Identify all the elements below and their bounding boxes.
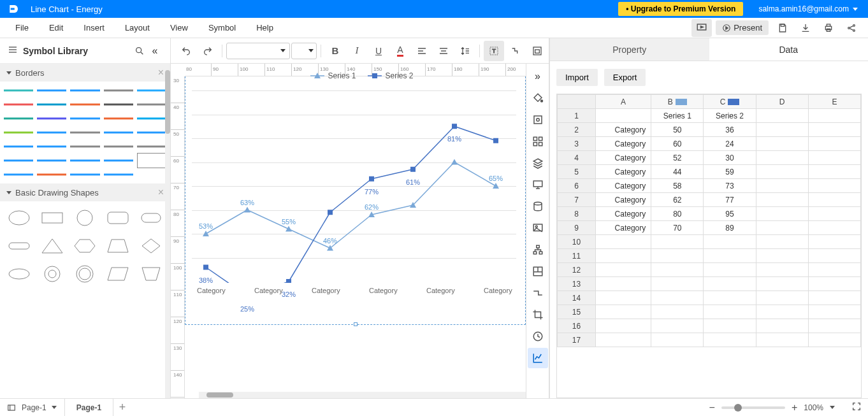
align-left-icon[interactable] xyxy=(412,41,432,61)
shape-item[interactable] xyxy=(71,234,99,257)
pipe-icon[interactable] xyxy=(528,283,548,303)
text-tool-icon[interactable]: T xyxy=(484,41,504,61)
border-shape[interactable] xyxy=(137,88,166,93)
border-shape[interactable] xyxy=(104,88,133,93)
menu-layout[interactable]: Layout xyxy=(115,18,160,38)
undo-button[interactable] xyxy=(176,41,196,61)
shape-item[interactable] xyxy=(104,234,132,257)
border-shape[interactable] xyxy=(70,130,99,135)
border-shape[interactable] xyxy=(37,172,66,177)
close-icon[interactable]: × xyxy=(158,67,164,78)
border-shape[interactable] xyxy=(4,172,33,177)
presentation-icon[interactable] xyxy=(528,175,548,195)
shape-item[interactable] xyxy=(71,206,99,229)
section-basic-shapes[interactable]: Basic Drawing Shapes × xyxy=(0,183,170,201)
line-spacing-icon[interactable] xyxy=(455,41,475,61)
zoom-in-button[interactable]: + xyxy=(792,402,797,413)
border-shape[interactable] xyxy=(70,116,99,121)
crop-icon[interactable] xyxy=(528,305,548,325)
border-shape[interactable] xyxy=(104,144,133,149)
bold-button[interactable]: B xyxy=(325,41,345,61)
font-family-select[interactable] xyxy=(226,43,290,59)
border-shape[interactable] xyxy=(104,130,133,135)
border-shape[interactable] xyxy=(37,144,66,149)
border-shape[interactable] xyxy=(70,88,99,93)
border-shape[interactable] xyxy=(4,144,33,149)
font-color-button[interactable]: A xyxy=(390,41,410,61)
menu-edit[interactable]: Edit xyxy=(39,18,73,38)
present-button[interactable]: Present xyxy=(716,20,769,35)
tab-data[interactable]: Data xyxy=(709,38,869,61)
shape-item[interactable] xyxy=(38,206,66,229)
shape-item[interactable] xyxy=(38,234,66,257)
save-icon[interactable] xyxy=(772,19,793,37)
upgrade-button[interactable]: • Upgrade to Premium Version xyxy=(618,2,743,16)
zoom-out-button[interactable]: − xyxy=(709,402,715,413)
line-chart[interactable]: 53%63%55%46%62%65%38%25%32%77%61%81%Cate… xyxy=(185,76,526,325)
shape-item[interactable] xyxy=(5,206,33,229)
border-shape[interactable] xyxy=(70,102,99,107)
menu-symbol[interactable]: Symbol xyxy=(198,18,246,38)
layers-icon[interactable] xyxy=(528,153,548,173)
account-menu[interactable]: salma.amin16@gmail.com xyxy=(758,4,858,13)
settings-icon[interactable] xyxy=(528,110,548,130)
border-shape[interactable] xyxy=(70,144,99,149)
data-sheet[interactable]: ABCDE1Series 1Series 22Category50363Cate… xyxy=(556,94,862,398)
grid-icon[interactable] xyxy=(528,131,548,152)
border-shape[interactable] xyxy=(70,158,99,163)
orgchart-icon[interactable] xyxy=(528,240,548,260)
border-shape[interactable] xyxy=(4,102,33,107)
close-icon[interactable]: × xyxy=(158,187,164,198)
canvas[interactable]: 8090100110120130140150160170180190200210… xyxy=(171,64,526,398)
container-icon[interactable] xyxy=(527,41,547,61)
border-shape[interactable] xyxy=(70,172,99,177)
print-icon[interactable] xyxy=(818,19,839,37)
border-shape[interactable] xyxy=(104,116,133,121)
shape-item[interactable] xyxy=(5,262,33,285)
shape-item[interactable] xyxy=(137,234,165,257)
tab-property[interactable]: Property xyxy=(550,38,709,61)
download-icon[interactable] xyxy=(795,19,816,37)
section-borders[interactable]: Borders × xyxy=(0,64,170,82)
border-shape[interactable] xyxy=(137,144,166,149)
font-size-select[interactable] xyxy=(291,43,317,59)
slideshow-icon[interactable] xyxy=(691,19,712,37)
sidebar-scrollbar[interactable] xyxy=(165,70,170,134)
page-tab[interactable]: Page-1 xyxy=(65,399,113,416)
chart-tool-icon[interactable] xyxy=(528,348,548,368)
canvas-hscroll[interactable] xyxy=(199,392,526,398)
expand-icon[interactable] xyxy=(528,66,548,87)
collapse-icon[interactable] xyxy=(147,43,163,59)
history-icon[interactable] xyxy=(528,326,548,347)
shape-item[interactable] xyxy=(137,262,165,285)
border-shape[interactable] xyxy=(137,116,166,121)
theme-icon[interactable] xyxy=(528,88,548,108)
border-shape[interactable] xyxy=(137,158,166,163)
zoom-slider[interactable] xyxy=(721,406,785,409)
border-shape[interactable] xyxy=(37,158,66,163)
italic-button[interactable]: I xyxy=(347,41,367,61)
shape-item[interactable] xyxy=(104,262,132,285)
import-button[interactable]: Import xyxy=(556,69,598,86)
border-shape[interactable] xyxy=(137,130,166,135)
menu-help[interactable]: Help xyxy=(246,18,284,38)
shape-item[interactable] xyxy=(104,206,132,229)
border-shape[interactable] xyxy=(4,116,33,121)
underline-button[interactable]: U xyxy=(368,41,389,61)
border-shape[interactable] xyxy=(37,116,66,121)
menu-file[interactable]: File xyxy=(5,18,39,38)
chevron-down-icon[interactable] xyxy=(830,406,835,409)
border-shape[interactable] xyxy=(37,88,66,93)
shape-item[interactable] xyxy=(38,262,66,285)
border-shape[interactable] xyxy=(37,102,66,107)
border-shape[interactable] xyxy=(104,158,133,163)
shape-item[interactable] xyxy=(71,262,99,285)
border-shape[interactable] xyxy=(4,158,33,163)
add-page-button[interactable]: + xyxy=(113,399,131,416)
border-shape[interactable] xyxy=(4,130,33,135)
share-icon[interactable] xyxy=(841,19,862,37)
menu-insert[interactable]: Insert xyxy=(73,18,115,38)
page-selector[interactable]: Page-1 xyxy=(6,399,65,416)
fullscreen-icon[interactable] xyxy=(851,401,862,413)
resize-handle[interactable] xyxy=(354,322,358,326)
